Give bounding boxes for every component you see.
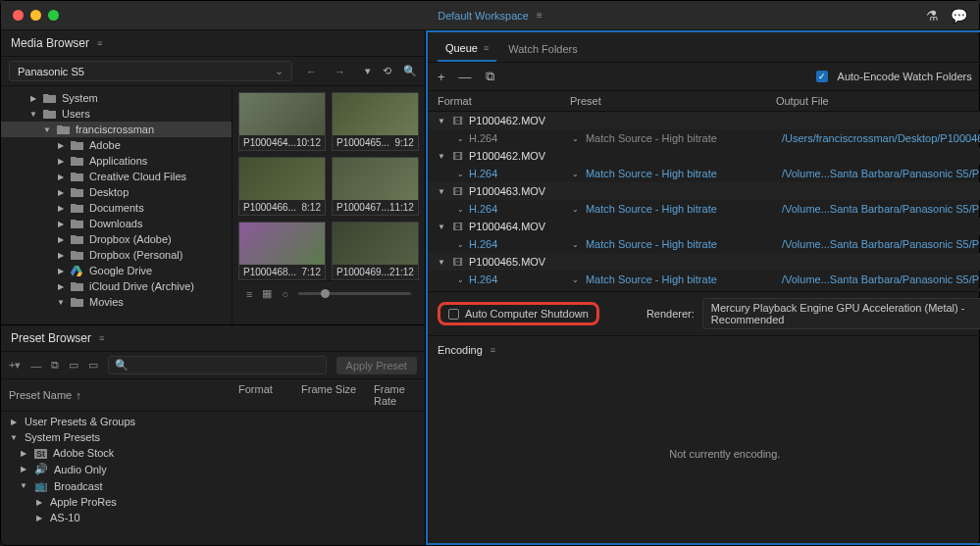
twisty-icon[interactable]: ▼	[438, 152, 447, 161]
queue-group[interactable]: ▼🎞P1000462.MOV	[428, 112, 980, 129]
clip-thumbnail[interactable]: P1000467...11:12	[332, 157, 419, 216]
tab-queue[interactable]: Queue ≡	[438, 38, 496, 62]
preset-search-input[interactable]: 🔍	[108, 356, 326, 374]
twisty-icon[interactable]: ⌄	[457, 170, 469, 178]
source-select[interactable]: Panasonic S5 ⌄	[9, 61, 292, 81]
settings-preset-icon[interactable]: ▭	[69, 359, 78, 372]
col-format[interactable]: Format	[438, 95, 570, 107]
zoom-out-icon[interactable]: ○	[282, 288, 288, 300]
queue-row[interactable]: ⌄H.264⌄Match Source - High bitrate/Volum…	[428, 200, 980, 218]
menu-icon[interactable]: ≡	[97, 38, 102, 48]
refresh-icon[interactable]: ⟲	[383, 65, 391, 77]
queue-format[interactable]: H.264	[469, 132, 572, 144]
queue-format[interactable]: H.264	[469, 168, 572, 179]
tree-item[interactable]: ▶Documents	[1, 200, 232, 216]
thumbnail-size-slider[interactable]	[298, 292, 411, 295]
sort-arrow-icon[interactable]: ↑	[76, 389, 81, 401]
twisty-icon[interactable]: ▶	[56, 220, 66, 228]
queue-output-path[interactable]: /Volume...Santa Barbara/Panasonic S5/P10…	[782, 238, 980, 250]
folder-tree[interactable]: ▶System▼Users▼franciscrossman▶Adobe▶Appl…	[1, 86, 232, 324]
twisty-icon[interactable]: ▶	[19, 465, 28, 473]
preset-tree[interactable]: ▶User Presets & Groups▼System Presets▶St…	[1, 412, 425, 545]
media-browser-header[interactable]: Media Browser ≡	[1, 30, 425, 57]
queue-preset[interactable]: Match Source - High bitrate	[586, 273, 782, 285]
queue-format[interactable]: H.264	[469, 203, 572, 215]
col-frame-size[interactable]: Frame Size	[301, 383, 370, 407]
minimize-icon[interactable]	[30, 10, 41, 21]
duplicate-button[interactable]: ⧉	[486, 69, 494, 84]
col-preset[interactable]: Preset	[570, 95, 776, 107]
twisty-icon[interactable]: ▼	[438, 187, 447, 196]
twisty-icon[interactable]: ▶	[56, 235, 66, 244]
clip-thumbnail[interactable]: P1000468...7:12	[238, 222, 326, 280]
queue-group[interactable]: ▼🎞P1000462.MOV	[428, 147, 980, 165]
renderer-select[interactable]: Mercury Playback Engine GPU Acceleration…	[702, 298, 980, 329]
queue-output-path[interactable]: /Volume...Santa Barbara/Panasonic S5/P10…	[782, 273, 980, 285]
twisty-icon[interactable]: ▼	[9, 433, 19, 442]
auto-shutdown-checkbox[interactable]	[448, 309, 459, 320]
chevron-down-icon[interactable]: ⌄	[572, 275, 586, 284]
preset-tree-item[interactable]: ▼System Presets	[1, 429, 425, 445]
list-view-icon[interactable]: ≡	[246, 288, 252, 300]
twisty-icon[interactable]: ▼	[28, 110, 38, 119]
queue-output-path[interactable]: /Volume...Santa Barbara/Panasonic S5/P10…	[782, 168, 980, 179]
tree-item[interactable]: ▶System	[1, 90, 232, 106]
twisty-icon[interactable]: ▶	[56, 173, 66, 181]
close-icon[interactable]	[13, 10, 24, 21]
tree-item[interactable]: ▶Applications	[1, 153, 232, 169]
col-output[interactable]: Output File	[776, 95, 980, 107]
flask-icon[interactable]: ⚗	[926, 8, 939, 24]
twisty-icon[interactable]: ▼	[19, 481, 28, 490]
col-format[interactable]: Format	[238, 383, 297, 407]
tree-item[interactable]: ▶Google Drive	[1, 263, 232, 278]
folder-preset-icon[interactable]: ▭	[88, 359, 98, 372]
grid-view-icon[interactable]: ▦	[262, 287, 272, 300]
queue-format[interactable]: H.264	[469, 273, 572, 285]
twisty-icon[interactable]: ⌄	[457, 134, 469, 143]
chevron-down-icon[interactable]: ⌄	[572, 205, 586, 214]
tree-item[interactable]: ▶Dropbox (Personal)	[1, 247, 232, 263]
queue-row[interactable]: ⌄H.264⌄Match Source - High bitrate/Users…	[428, 129, 980, 147]
twisty-icon[interactable]: ▶	[19, 449, 28, 458]
twisty-icon[interactable]: ▶	[56, 282, 66, 291]
auto-encode-checkbox[interactable]: ✓	[816, 71, 828, 82]
preset-tree-item[interactable]: ▶User Presets & Groups	[1, 414, 425, 429]
clip-thumbnail[interactable]: P1000464...10:12	[238, 92, 326, 151]
preset-tree-item[interactable]: ▼📺Broadcast	[1, 477, 425, 494]
queue-preset[interactable]: Match Source - High bitrate	[586, 238, 782, 250]
queue-group[interactable]: ▼🎞P1000463.MOV	[428, 182, 980, 200]
queue-output-path[interactable]: /Users/franciscrossman/Desktop/P1000462_…	[782, 132, 980, 144]
chevron-down-icon[interactable]: ⌄	[572, 170, 586, 178]
twisty-icon[interactable]: ▼	[438, 117, 447, 125]
search-icon[interactable]: 🔍	[403, 65, 417, 77]
tree-item[interactable]: ▼Movies	[1, 294, 232, 310]
twisty-icon[interactable]: ⌄	[457, 205, 469, 214]
twisty-icon[interactable]: ▶	[34, 498, 44, 507]
twisty-icon[interactable]: ▼	[42, 125, 52, 134]
twisty-icon[interactable]: ▶	[56, 204, 66, 213]
preset-tree-item[interactable]: ▶AS-10	[1, 510, 425, 525]
queue-row[interactable]: ⌄H.264⌄Match Source - High bitrate/Volum…	[428, 165, 980, 182]
twisty-icon[interactable]: ⌄	[457, 275, 469, 284]
clip-thumbnail[interactable]: P1000466...8:12	[238, 157, 326, 216]
maximize-icon[interactable]	[48, 10, 59, 21]
clip-thumbnail[interactable]: P1000469...21:12	[332, 222, 419, 280]
forward-button[interactable]: →	[331, 64, 349, 79]
preset-tree-item[interactable]: ▶🔊Audio Only	[1, 461, 425, 477]
twisty-icon[interactable]: ▼	[438, 223, 447, 231]
preset-browser-header[interactable]: Preset Browser ≡	[1, 325, 425, 352]
tree-item[interactable]: ▶Dropbox (Adobe)	[1, 231, 232, 247]
queue-row[interactable]: ⌄H.264⌄Match Source - High bitrate/Volum…	[428, 235, 980, 253]
workspace-title[interactable]: Default Workspace ≡	[438, 10, 542, 22]
queue-group[interactable]: ▼🎞P1000464.MOV	[428, 218, 980, 235]
twisty-icon[interactable]: ▶	[56, 251, 66, 260]
col-frame-rate[interactable]: Frame Rate	[374, 383, 417, 407]
chevron-down-icon[interactable]: ⌄	[572, 134, 586, 143]
queue-preset[interactable]: Match Source - High bitrate	[586, 132, 782, 144]
twisty-icon[interactable]: ▶	[34, 514, 44, 522]
add-source-button[interactable]: +	[438, 70, 445, 84]
twisty-icon[interactable]: ▼	[56, 298, 66, 307]
tree-item[interactable]: ▶Creative Cloud Files	[1, 169, 232, 184]
queue-output-path[interactable]: /Volume...Santa Barbara/Panasonic S5/P10…	[782, 203, 980, 215]
twisty-icon[interactable]: ▶	[9, 418, 19, 426]
